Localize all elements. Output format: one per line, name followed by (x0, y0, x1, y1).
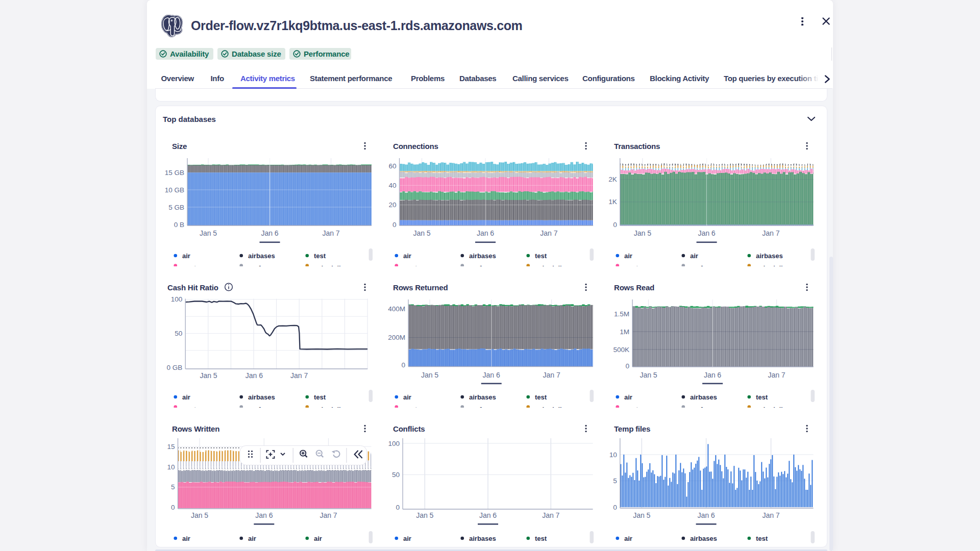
svg-text:test: test (535, 393, 547, 401)
svg-text:air: air (403, 252, 411, 260)
svg-text:postgres: postgres (624, 264, 652, 266)
svg-text:scheduling: scheduling (756, 264, 791, 266)
svg-text:Jan 5: Jan 5 (413, 229, 430, 237)
svg-text:air: air (314, 535, 322, 542)
svg-text:postgres: postgres (182, 264, 210, 266)
svg-text:Jan 6: Jan 6 (255, 511, 273, 519)
svg-text:0: 0 (171, 504, 175, 511)
svg-text:0: 0 (396, 504, 400, 511)
svg-text:1M: 1M (620, 328, 629, 336)
svg-text:Jan 7: Jan 7 (542, 511, 559, 519)
svg-text:Jan 7: Jan 7 (290, 371, 308, 380)
svg-text:Top databases: Top databases (163, 115, 216, 123)
svg-text:Transactions: Transactions (614, 142, 660, 151)
svg-text:scheduling: scheduling (535, 406, 570, 408)
svg-text:Jan 7: Jan 7 (768, 371, 785, 379)
svg-text:airbases: airbases (248, 252, 275, 260)
svg-text:Cash Hit Ratio: Cash Hit Ratio (167, 283, 218, 292)
svg-text:perf: perf (248, 406, 261, 408)
svg-text:0: 0 (393, 221, 397, 229)
svg-text:Jan 7: Jan 7 (540, 229, 557, 237)
svg-text:Jan 6: Jan 6 (483, 371, 500, 379)
svg-text:test: test (756, 393, 768, 401)
svg-text:Jan 5: Jan 5 (200, 371, 217, 380)
svg-text:100: 100 (171, 295, 183, 303)
svg-text:5: 5 (171, 483, 175, 491)
svg-text:postgres: postgres (624, 406, 652, 408)
svg-text:Size: Size (172, 142, 187, 151)
svg-text:Jan 7: Jan 7 (320, 511, 337, 519)
svg-text:Jan 6: Jan 6 (698, 229, 715, 237)
svg-text:50: 50 (175, 330, 182, 337)
svg-text:air: air (182, 252, 190, 260)
svg-text:0 B: 0 B (174, 221, 184, 229)
svg-text:air: air (624, 252, 632, 260)
svg-text:60: 60 (388, 162, 396, 170)
svg-text:0: 0 (613, 504, 617, 511)
svg-text:5 GB: 5 GB (168, 204, 184, 211)
svg-text:Rows Returned: Rows Returned (393, 283, 448, 292)
svg-text:air: air (403, 535, 411, 542)
svg-text:10: 10 (167, 463, 175, 471)
svg-text:air: air (182, 535, 190, 542)
svg-text:Jan 5: Jan 5 (634, 229, 651, 237)
svg-text:Rows Written: Rows Written (172, 424, 219, 433)
svg-text:test: test (314, 252, 326, 260)
svg-text:Temp files: Temp files (614, 424, 650, 433)
svg-text:Jan 5: Jan 5 (191, 511, 208, 519)
svg-text:10 GB: 10 GB (165, 186, 184, 194)
svg-text:perf: perf (690, 264, 703, 266)
svg-text:Jan 5: Jan 5 (640, 371, 657, 379)
svg-text:test: test (314, 393, 326, 401)
svg-text:perf: perf (690, 406, 703, 408)
svg-text:1K: 1K (608, 198, 617, 206)
svg-text:air: air (248, 535, 256, 542)
svg-text:postgres: postgres (403, 406, 431, 408)
svg-text:test: test (535, 252, 547, 260)
svg-text:perf: perf (469, 406, 482, 408)
svg-text:0 GB: 0 GB (166, 364, 182, 371)
svg-text:perf: perf (469, 264, 482, 266)
svg-text:test: test (756, 535, 768, 542)
svg-text:Jan 5: Jan 5 (200, 229, 217, 237)
svg-text:0: 0 (401, 361, 405, 369)
svg-text:Jan 6: Jan 6 (704, 371, 721, 379)
svg-text:Connections: Connections (393, 142, 438, 151)
svg-text:0: 0 (625, 362, 629, 370)
svg-text:15: 15 (167, 443, 175, 450)
svg-text:Rows Read: Rows Read (614, 283, 654, 292)
svg-text:200M: 200M (388, 334, 405, 341)
svg-text:100: 100 (388, 440, 400, 447)
svg-text:scheduling: scheduling (314, 406, 349, 408)
svg-text:air: air (182, 393, 190, 401)
svg-text:Jan 6: Jan 6 (477, 229, 494, 237)
svg-text:50: 50 (392, 471, 400, 479)
svg-text:Jan 7: Jan 7 (543, 371, 560, 379)
svg-text:500K: 500K (613, 346, 629, 354)
svg-text:Jan 6: Jan 6 (697, 511, 715, 519)
svg-text:1.5M: 1.5M (614, 310, 629, 318)
svg-text:postgres: postgres (182, 406, 210, 408)
svg-text:air: air (624, 393, 632, 401)
svg-text:Jan 5: Jan 5 (416, 511, 433, 519)
svg-text:2K: 2K (608, 176, 617, 183)
svg-text:400M: 400M (388, 305, 405, 313)
svg-text:40: 40 (388, 182, 396, 189)
svg-text:10: 10 (609, 451, 617, 459)
svg-text:scheduling: scheduling (314, 264, 349, 266)
svg-text:air: air (690, 252, 698, 260)
svg-text:Conflicts: Conflicts (393, 424, 425, 433)
svg-text:airbases: airbases (690, 535, 717, 542)
svg-text:air: air (624, 535, 632, 542)
svg-text:5: 5 (613, 477, 617, 485)
svg-text:Jan 5: Jan 5 (421, 371, 438, 379)
svg-text:airbases: airbases (469, 535, 496, 542)
svg-text:Jan 7: Jan 7 (762, 511, 779, 519)
svg-text:airbases: airbases (690, 393, 717, 401)
svg-text:air: air (403, 393, 411, 401)
svg-text:Jan 5: Jan 5 (633, 511, 650, 519)
svg-text:airbases: airbases (469, 393, 496, 401)
svg-text:Jan 6: Jan 6 (261, 229, 278, 237)
svg-text:perf: perf (248, 264, 261, 266)
svg-text:20: 20 (388, 201, 396, 209)
